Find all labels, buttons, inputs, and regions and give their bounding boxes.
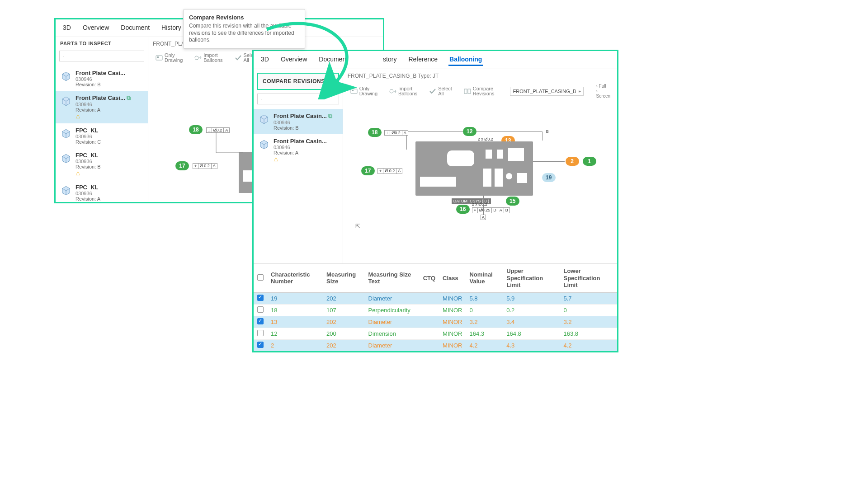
characteristics-table-wrap: Characteristic Number Measuring Size Mea… (254, 263, 617, 351)
part-item[interactable]: Front Plate Casi... ⧉ 030946 Revision: A… (56, 91, 148, 123)
col-usl[interactable]: Upper Specification Limit (503, 264, 560, 292)
balloon-17[interactable]: 17 (175, 161, 189, 170)
cell-lsl: 163.8 (560, 328, 617, 339)
part-id: 030936 (75, 191, 143, 196)
note-13: 2 x Ø3.2 (478, 137, 493, 141)
tab-history-cut[interactable]: story (382, 54, 397, 66)
part-item[interactable]: Front Plate Casin... 030946 Revision: A … (254, 134, 343, 166)
import-balloons-button[interactable]: ImportBalloons (192, 52, 225, 64)
tab-ballooning[interactable]: Ballooning (448, 54, 483, 66)
sidebar-parts-a: PARTS TO INSPECT · Front Plate Casi... 0… (56, 37, 148, 203)
balloon-18[interactable]: 18 (189, 125, 203, 134)
row-checkbox[interactable] (257, 306, 264, 313)
tab-3d[interactable]: 3D (260, 54, 270, 66)
svg-rect-6 (352, 90, 354, 91)
cell-char-number: 18 (267, 304, 323, 316)
panel-after: 3D Overview Document story Reference Bal… (252, 50, 618, 352)
part-revision: Revision: B (75, 164, 143, 169)
warning-icon: ⚠ (75, 113, 80, 120)
part-id: 030946 (274, 120, 338, 125)
tab-history[interactable]: History (160, 22, 182, 33)
select-all-checkbox[interactable] (257, 274, 264, 281)
table-row[interactable]: 19 202 Diameter MINOR 5.8 5.9 5.7 (254, 292, 617, 304)
table-row[interactable]: 18 107 Perpendicularity MINOR 0 0.2 0 (254, 304, 617, 316)
col-measuring-size-text[interactable]: Measuring Size Text (365, 264, 420, 292)
svg-rect-9 (468, 89, 471, 94)
tab-overview[interactable]: Overview (280, 54, 308, 66)
cell-usl: 164.8 (503, 328, 560, 339)
warning-icon: ⚠ (274, 156, 278, 163)
tab-document[interactable]: Document (318, 54, 349, 66)
link-icon: ⧉ (328, 113, 332, 119)
tab-3d[interactable]: 3D (62, 22, 72, 33)
cell-nominal: 5.8 (466, 292, 503, 304)
breadcrumb-b: FRONT_PLATE_CASING_B Type: JT (348, 72, 613, 82)
balloon-16[interactable]: 16 (456, 205, 470, 214)
balloon-17[interactable]: 17 (361, 166, 375, 175)
full-screen-toggle[interactable]: FullScreen (596, 84, 613, 99)
col-nominal[interactable]: Nominal Value (466, 264, 503, 292)
balloon-18[interactable]: 18 (368, 128, 382, 137)
cell-nominal: 164.3 (466, 328, 503, 339)
search-input-a[interactable]: · (59, 51, 144, 61)
import-balloons-button[interactable]: ImportBalloons (387, 85, 420, 98)
table-row[interactable]: 12 200 Dimension MINOR 164.3 164.8 163.8 (254, 328, 617, 339)
part-item[interactable]: FPC_KL 030936 Revision: B ⚠ (56, 148, 148, 180)
part-item[interactable]: Front Plate Casin... ⧉ 030946 Revision: … (254, 109, 343, 134)
part-cube-icon (258, 139, 270, 150)
compare-revisions-button[interactable]: CompareRevisions (461, 85, 497, 98)
row-checkbox[interactable] (257, 318, 264, 324)
cell-nominal: 3.2 (466, 316, 503, 328)
part-item[interactable]: FPC_KL 030936 Revision: C (56, 123, 148, 148)
revision-dropdown[interactable]: FRONT_PLATE_CASING_B (510, 87, 584, 96)
row-checkbox[interactable] (257, 295, 264, 301)
col-lsl[interactable]: Lower Specification Limit (560, 264, 617, 292)
balloon-19[interactable]: 19 (542, 173, 556, 182)
import-icon (389, 88, 396, 94)
part-item[interactable]: Front Plate Casi... 030946 Revision: B (56, 66, 148, 91)
svg-rect-1 (157, 56, 159, 58)
balloon-1[interactable]: 1 (583, 157, 596, 166)
cell-class: MINOR (439, 292, 466, 304)
cell-ctq (420, 339, 439, 351)
balloon-2[interactable]: 2 (566, 157, 579, 166)
row-checkbox[interactable] (257, 342, 264, 348)
part-revision: Revision: B (75, 82, 143, 87)
table-row[interactable]: 13 202 Diameter MINOR 3.2 3.4 3.2 (254, 316, 617, 328)
col-class[interactable]: Class (439, 264, 466, 292)
cell-ctq (420, 316, 439, 328)
select-all-button[interactable]: SelectAll (426, 85, 455, 98)
part-revision: Revision: A (75, 196, 143, 202)
datum-a-box: A (481, 215, 486, 220)
toolbar-b: OnlyDrawing ImportBalloons SelectAll (348, 82, 613, 103)
part-item[interactable]: FPC_KL 030936 Revision: A (56, 180, 148, 203)
cell-measuring-size: 107 (323, 304, 364, 316)
row-checkbox[interactable] (257, 330, 264, 336)
cell-nominal: 0 (466, 304, 503, 316)
compare-revisions-title: COMPARE REVISIONS (257, 73, 339, 90)
cell-lsl: 0 (560, 304, 617, 316)
cell-measuring-size: 202 (323, 339, 364, 351)
check-icon (235, 55, 242, 61)
tab-reference[interactable]: Reference (407, 54, 439, 66)
col-char-number[interactable]: Characteristic Number (267, 264, 323, 292)
balloon-15[interactable]: 15 (506, 197, 519, 206)
cell-char-number: 12 (267, 328, 323, 339)
cell-measuring-size: 202 (323, 292, 364, 304)
content-b: FRONT_PLATE_CASING_B Type: JT OnlyDrawin… (343, 69, 617, 263)
cell-measuring-size-text: Diameter (365, 316, 420, 328)
balloon-12[interactable]: 12 (463, 127, 476, 136)
col-measuring-size[interactable]: Measuring Size (323, 264, 364, 292)
part-name: FPC_KL (75, 152, 143, 159)
tab-overview[interactable]: Overview (82, 22, 110, 33)
link-icon: ⧉ (127, 94, 131, 101)
only-drawing-button[interactable]: OnlyDrawing (348, 85, 380, 98)
part-cube-icon (60, 185, 72, 197)
tab-document[interactable]: Document (120, 22, 151, 33)
part-id: 030936 (75, 159, 143, 164)
cell-class: MINOR (439, 316, 466, 328)
table-row[interactable]: 2 202 Diameter MINOR 4.2 4.3 4.2 (254, 339, 617, 351)
only-drawing-button[interactable]: OnlyDrawing (153, 52, 185, 64)
search-input-b[interactable]: · (257, 94, 339, 104)
col-ctq[interactable]: CTQ (420, 264, 439, 292)
